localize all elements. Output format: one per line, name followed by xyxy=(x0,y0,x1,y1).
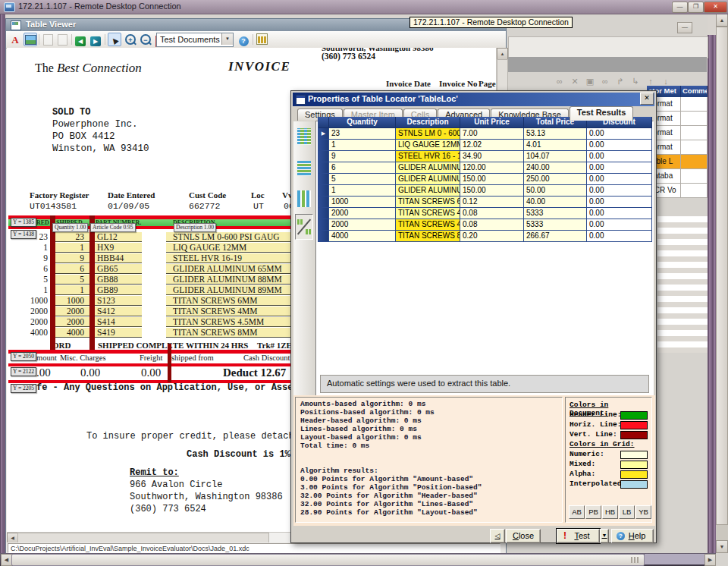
row-selector[interactable] xyxy=(318,174,329,185)
prev-page-button[interactable] xyxy=(42,33,54,46)
layout-columns-button[interactable] xyxy=(295,187,313,212)
find-icon[interactable]: ∞ xyxy=(552,75,567,87)
row-selector[interactable] xyxy=(318,151,329,162)
algorithm-button[interactable]: PB xyxy=(585,505,601,519)
next-document-icon: ▶ xyxy=(90,36,101,46)
questions-line: fe - Any Questions on Application, Use, … xyxy=(36,382,315,393)
tab-test-results[interactable]: Test Results xyxy=(570,106,634,121)
help-button[interactable]: ? xyxy=(237,33,249,46)
properties-icon[interactable]: ▣ xyxy=(582,75,598,87)
next-page-button[interactable] xyxy=(56,33,68,46)
bg-app-panel-top xyxy=(508,36,708,58)
next-document-button[interactable]: ▶ xyxy=(89,33,102,46)
legend-item: Vert. Line: xyxy=(570,430,648,440)
zoom-out-button[interactable]: − xyxy=(140,33,152,46)
nav-back-button[interactable]: ◁ xyxy=(490,529,505,543)
algorithm-button[interactable]: HB xyxy=(602,505,618,519)
chevron-down-icon[interactable]: ▼ xyxy=(221,33,233,45)
export-icon[interactable]: ↳ xyxy=(628,75,643,87)
row-selector[interactable] xyxy=(318,231,329,242)
scroll-up-icon[interactable]: ▲ xyxy=(716,14,728,27)
image-mode-icon xyxy=(25,35,36,45)
column-header-comment[interactable]: Commen xyxy=(681,86,708,97)
layout-diagonal-button[interactable] xyxy=(295,214,313,240)
algorithm-button[interactable]: YB xyxy=(635,505,651,519)
prev-page-icon xyxy=(43,34,53,46)
legend-item: Numeric: xyxy=(570,450,648,460)
totals-label: Freight xyxy=(140,354,162,362)
grid-row[interactable]: ▶23STNLS LM 0 - 6007.0053.130.00 xyxy=(318,128,653,140)
import-icon[interactable]: ↱ xyxy=(613,75,628,87)
grid-row[interactable]: 2000TITAN SCREWS 4.0.0853330.00 xyxy=(318,219,653,231)
y-coordinate-badge: Y = 2050 xyxy=(11,352,36,361)
close-button[interactable]: Close xyxy=(506,529,541,543)
grid-row[interactable]: 2000TITAN SCREWS 40.0853330.00 xyxy=(318,208,653,219)
rdp-icon xyxy=(4,2,15,12)
totals-value: 0.00 xyxy=(141,366,161,379)
column-header-quantity[interactable]: Quantity xyxy=(329,117,396,128)
scroll-down-icon[interactable]: ▼ xyxy=(716,540,728,553)
bg-app-minimize-button[interactable]: — xyxy=(677,22,692,33)
test-dropdown-button[interactable]: ▼ xyxy=(600,529,609,543)
grid-row[interactable]: 5GLIDER ALUMINU150.00250.000.00 xyxy=(318,174,653,185)
cells-layout-icon xyxy=(297,128,311,145)
algorithm-button[interactable]: AB xyxy=(569,505,585,519)
scrollbar-thumb[interactable] xyxy=(716,27,728,525)
maximize-button[interactable]: ❐ xyxy=(688,2,704,13)
row-selector[interactable]: ▶ xyxy=(318,128,329,140)
row-selector[interactable] xyxy=(318,140,329,151)
y-coordinate-badge: Y = 1438 xyxy=(11,230,36,239)
scroll-right-icon[interactable]: ▶ xyxy=(704,554,716,566)
column-header-unit-price[interactable]: Unit Price xyxy=(460,117,524,128)
legend-item: Alpha: xyxy=(570,470,648,480)
layout-rows-button[interactable] xyxy=(295,156,313,182)
color-swatch xyxy=(620,451,648,459)
algorithm-button[interactable]: LB xyxy=(619,505,635,519)
row-selector[interactable] xyxy=(318,162,329,174)
layout-cells-button[interactable] xyxy=(295,124,313,150)
scroll-left-icon[interactable]: ◀ xyxy=(1,554,12,566)
desktop-wallpaper-strip-left xyxy=(0,14,5,553)
dialog-close-button[interactable]: ✕ xyxy=(640,93,654,105)
grid-row[interactable]: 9STEEL HVR 16 - 1934.90104.070.00 xyxy=(318,151,653,162)
close-button[interactable]: ✕ xyxy=(704,2,727,13)
row-selector[interactable] xyxy=(318,219,329,231)
scrollbar-thumb[interactable] xyxy=(11,554,645,566)
grid-row[interactable]: 6GLIDER ALUMINU120.00240.000.00 xyxy=(318,162,653,174)
invoice-col-invoice-no: Invoice No xyxy=(439,79,477,88)
scrollbar-track[interactable] xyxy=(645,554,704,564)
color-swatch xyxy=(620,480,648,489)
image-mode-button[interactable] xyxy=(24,33,37,46)
rdp-tooltip: 172.21.1.107 - Remote Desktop Connection xyxy=(410,17,573,28)
delete-icon[interactable]: ✕ xyxy=(567,75,582,87)
rdp-vertical-scrollbar[interactable]: ▲ ▼ xyxy=(716,14,728,553)
legend-item: Mixed: xyxy=(570,460,648,470)
rdp-titlebar: 172.21.1.107 - Remote Desktop Connection… xyxy=(0,0,728,14)
table-viewer-icon xyxy=(11,20,21,30)
row-selector[interactable] xyxy=(318,197,329,208)
prev-document-button[interactable]: ◀ xyxy=(74,33,86,46)
column-header-description[interactable]: Description xyxy=(396,117,460,128)
text-mode-button[interactable]: A xyxy=(9,33,21,46)
grid-row[interactable]: 1GLIDER ALUMINU150.0050.000.00 xyxy=(318,185,653,197)
test-button[interactable]: ! Test xyxy=(557,529,600,543)
legend-item: Interpolated: xyxy=(570,480,648,489)
rdp-horizontal-scrollbar[interactable]: ◀ ▶ xyxy=(0,553,728,566)
find-next-icon[interactable]: ∞ xyxy=(598,75,613,87)
grid-row[interactable]: 4000TITAN SCREWS 80.20266.670.00 xyxy=(318,231,653,242)
documents-combobox[interactable]: Test Documents ▼ xyxy=(156,33,234,47)
pointer-button[interactable]: ▶ xyxy=(108,33,121,46)
zoom-in-button[interactable]: + xyxy=(124,33,136,46)
totals-label: mount xyxy=(36,354,57,362)
rdp-title: 172.21.1.107 - Remote Desktop Connection xyxy=(18,2,181,11)
row-selector[interactable] xyxy=(318,185,329,197)
minimize-button[interactable]: — xyxy=(672,2,688,13)
grid-row[interactable]: 1000TITAN SCREWS 60.1240.000.00 xyxy=(318,197,653,208)
column-marks-button[interactable] xyxy=(256,33,268,46)
row-selector[interactable] xyxy=(318,208,329,219)
help-button[interactable]: ? Help xyxy=(611,529,654,543)
grid-row[interactable]: 1LIQ GAUGE 12MM12.024.010.00 xyxy=(318,140,653,151)
scroll-up-icon[interactable]: ▲ xyxy=(497,48,508,60)
column-confidence-chip: Quantity 1.00 xyxy=(52,223,88,232)
color-swatch xyxy=(620,411,648,420)
